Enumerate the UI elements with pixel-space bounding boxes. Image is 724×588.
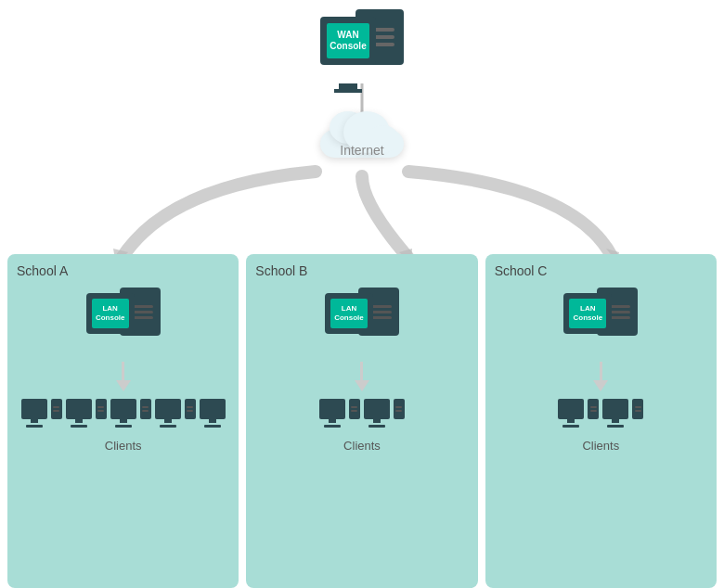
school-c-clients-label: Clients [495, 439, 707, 453]
tower-icon [349, 399, 360, 419]
client-unit [140, 399, 151, 428]
client-unit [51, 399, 62, 428]
school-b-clients-label: Clients [255, 439, 468, 453]
wan-device: WAN Console [320, 9, 404, 83]
tower-icon [394, 399, 405, 419]
cloud-shape-container: Internet [311, 111, 413, 167]
wan-console: WAN Console [320, 9, 404, 83]
wan-label: WAN Console [330, 30, 366, 52]
school-b-clients [255, 395, 468, 431]
client-unit [394, 399, 405, 428]
school-c-arrow [495, 362, 707, 391]
computer-icon [558, 399, 584, 419]
school-a-lan-console: LAN Console [86, 288, 161, 352]
school-c-panel: School C LAN Console [485, 254, 717, 588]
client-unit [96, 399, 107, 428]
computer-base [204, 425, 221, 428]
computer-base [607, 425, 624, 428]
computer-icon [110, 399, 136, 419]
tower-icon [51, 399, 62, 419]
school-b-panel: School B LAN Console [246, 254, 477, 588]
computer-base [368, 425, 385, 428]
client-unit [602, 399, 628, 428]
computer-icon [319, 399, 345, 419]
computer-base [71, 425, 87, 428]
tower-icon [588, 399, 599, 419]
school-b-label: School B [255, 263, 468, 278]
school-c-monitor: LAN Console [563, 293, 612, 334]
computer-icon [21, 399, 47, 419]
school-a-clients [17, 395, 229, 431]
client-unit [155, 399, 181, 428]
client-unit [21, 399, 47, 428]
client-unit [110, 399, 136, 428]
cloud-label: Internet [340, 143, 383, 158]
school-b-lan-console: LAN Console [325, 288, 399, 352]
wan-monitor: WAN Console [320, 17, 376, 65]
client-unit [588, 399, 599, 428]
computer-icon [66, 399, 92, 419]
client-unit [66, 399, 92, 428]
school-b-monitor: LAN Console [325, 293, 373, 334]
client-unit [558, 399, 584, 428]
school-a-clients-label: Clients [17, 439, 229, 453]
tower-icon [632, 399, 643, 419]
school-c-screen: LAN Console [569, 299, 606, 328]
client-unit [319, 399, 345, 428]
computer-base [115, 425, 132, 428]
tower-icon [140, 399, 151, 419]
school-a-label: School A [17, 263, 229, 278]
school-c-lan-device: LAN Console [563, 288, 638, 352]
school-a-monitor: LAN Console [86, 293, 135, 334]
school-c-clients [495, 395, 707, 431]
school-c-lan-console: LAN Console [563, 288, 638, 352]
computer-base [26, 425, 43, 428]
tower-icon [96, 399, 107, 419]
school-a-screen: LAN Console [92, 299, 129, 328]
school-b-lan-device: LAN Console [325, 288, 399, 352]
computer-icon [364, 399, 390, 419]
school-c-label: School C [495, 263, 707, 278]
client-unit [632, 399, 643, 428]
cloud-container: Internet [311, 111, 413, 167]
computer-icon [155, 399, 181, 419]
school-a-lan-device: LAN Console [86, 288, 161, 352]
client-unit [364, 399, 390, 428]
school-b-screen: LAN Console [330, 299, 368, 328]
computer-icon [602, 399, 628, 419]
wan-screen: WAN Console [327, 23, 369, 58]
client-unit [200, 399, 226, 428]
computer-base [562, 425, 579, 428]
school-a-arrow [17, 362, 229, 391]
schools-row: School A LAN Console [0, 254, 724, 588]
monitor-base [334, 89, 362, 93]
computer-base [324, 425, 341, 428]
network-diagram: WAN Console Internet School A [0, 0, 724, 588]
computer-icon [200, 399, 226, 419]
tower-icon [185, 399, 196, 419]
school-a-panel: School A LAN Console [7, 254, 239, 588]
computer-base [160, 425, 176, 428]
client-unit [185, 399, 196, 428]
school-b-arrow [255, 362, 468, 391]
client-unit [349, 399, 360, 428]
